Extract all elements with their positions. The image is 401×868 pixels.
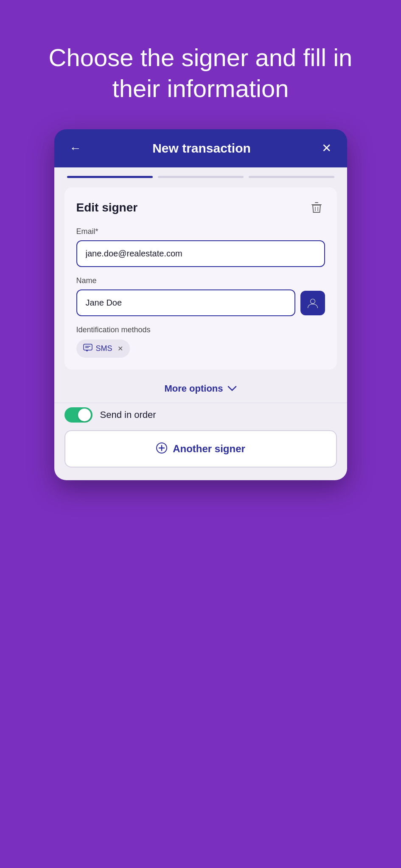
send-in-order-label: Send in order	[100, 409, 156, 420]
edit-signer-title: Edit signer	[76, 201, 138, 214]
back-button[interactable]: ←	[70, 142, 81, 154]
sms-icon	[83, 344, 93, 353]
progress-bar	[54, 167, 347, 178]
close-button[interactable]: ✕	[322, 142, 331, 154]
svg-point-5	[311, 299, 315, 303]
remove-sms-button[interactable]: ✕	[118, 345, 123, 353]
progress-step-3	[249, 176, 334, 178]
more-options-label: More options	[164, 383, 223, 394]
sms-tag: SMS ✕	[76, 339, 130, 358]
modal-header: ← New transaction ✕	[54, 129, 347, 167]
hero-section: Choose the signer and fill in their info…	[0, 0, 401, 129]
modal-body: Edit signer Email* Name	[54, 167, 347, 480]
send-in-order-toggle[interactable]	[64, 407, 93, 423]
modal-wrapper: ← New transaction ✕ Edit signer	[54, 129, 347, 480]
edit-signer-header: Edit signer	[76, 199, 325, 216]
another-signer-button[interactable]: Another signer	[64, 430, 337, 467]
modal-title: New transaction	[152, 141, 251, 156]
toggle-knob	[78, 409, 91, 421]
name-input[interactable]	[76, 289, 295, 316]
id-methods-label: Identification methods	[76, 326, 325, 334]
edit-signer-card: Edit signer Email* Name	[64, 187, 337, 370]
email-label: Email*	[76, 227, 325, 236]
add-signer-icon	[156, 442, 168, 456]
sms-label: SMS	[96, 344, 112, 353]
progress-step-1	[67, 176, 153, 178]
another-signer-label: Another signer	[173, 443, 245, 455]
progress-step-2	[158, 176, 244, 178]
more-options-row[interactable]: More options	[54, 370, 347, 403]
hero-title: Choose the signer and fill in their info…	[0, 0, 401, 129]
delete-signer-button[interactable]	[308, 199, 325, 216]
svg-rect-1	[315, 202, 318, 203]
svg-rect-6	[84, 344, 92, 350]
name-row	[76, 289, 325, 316]
chevron-down-icon	[227, 384, 237, 394]
send-in-order-row: Send in order	[54, 403, 347, 430]
name-label: Name	[76, 276, 325, 285]
email-input[interactable]	[76, 240, 325, 267]
avatar-lookup-button[interactable]	[300, 291, 325, 315]
